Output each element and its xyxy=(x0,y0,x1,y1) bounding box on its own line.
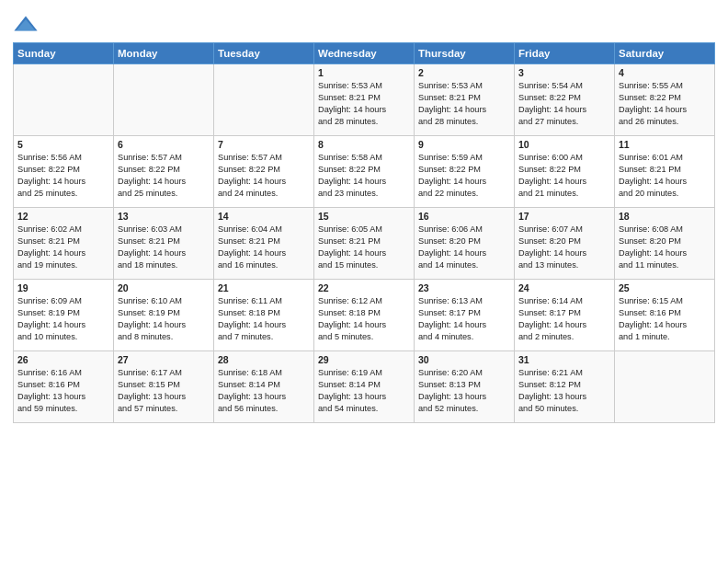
day-content: Sunrise: 5:56 AM Sunset: 8:22 PM Dayligh… xyxy=(17,152,109,200)
calendar-cell: 15Sunrise: 6:05 AM Sunset: 8:21 PM Dayli… xyxy=(314,208,415,280)
day-content: Sunrise: 6:01 AM Sunset: 8:21 PM Dayligh… xyxy=(619,152,711,200)
day-content: Sunrise: 5:57 AM Sunset: 8:22 PM Dayligh… xyxy=(118,152,210,200)
day-number: 14 xyxy=(218,211,310,222)
day-number: 9 xyxy=(418,139,510,150)
calendar-cell: 21Sunrise: 6:11 AM Sunset: 8:18 PM Dayli… xyxy=(214,280,314,351)
day-number: 8 xyxy=(318,139,410,150)
day-content: Sunrise: 6:13 AM Sunset: 8:17 PM Dayligh… xyxy=(418,295,510,343)
calendar-cell: 14Sunrise: 6:04 AM Sunset: 8:21 PM Dayli… xyxy=(214,208,314,280)
calendar-cell xyxy=(114,64,214,136)
day-content: Sunrise: 6:05 AM Sunset: 8:21 PM Dayligh… xyxy=(318,224,410,271)
day-content: Sunrise: 6:06 AM Sunset: 8:20 PM Dayligh… xyxy=(418,224,510,271)
day-content: Sunrise: 5:53 AM Sunset: 8:21 PM Dayligh… xyxy=(418,80,510,128)
calendar-cell: 29Sunrise: 6:19 AM Sunset: 8:14 PM Dayli… xyxy=(314,351,415,423)
day-content: Sunrise: 6:09 AM Sunset: 8:19 PM Dayligh… xyxy=(17,295,109,343)
calendar-cell: 28Sunrise: 6:18 AM Sunset: 8:14 PM Dayli… xyxy=(214,351,314,423)
calendar-cell: 22Sunrise: 6:12 AM Sunset: 8:18 PM Dayli… xyxy=(314,280,415,351)
day-content: Sunrise: 5:53 AM Sunset: 8:21 PM Dayligh… xyxy=(318,80,410,128)
calendar-header-thursday: Thursday xyxy=(415,43,515,64)
calendar-cell: 27Sunrise: 6:17 AM Sunset: 8:15 PM Dayli… xyxy=(114,351,214,423)
calendar-cell: 20Sunrise: 6:10 AM Sunset: 8:19 PM Dayli… xyxy=(114,280,214,351)
calendar-cell: 16Sunrise: 6:06 AM Sunset: 8:20 PM Dayli… xyxy=(415,208,515,280)
day-content: Sunrise: 6:19 AM Sunset: 8:14 PM Dayligh… xyxy=(318,367,410,415)
calendar-cell: 24Sunrise: 6:14 AM Sunset: 8:17 PM Dayli… xyxy=(515,280,615,351)
calendar-cell: 19Sunrise: 6:09 AM Sunset: 8:19 PM Dayli… xyxy=(14,280,114,351)
page: SundayMondayTuesdayWednesdayThursdayFrid… xyxy=(0,0,728,563)
calendar-header-tuesday: Tuesday xyxy=(214,43,314,64)
day-content: Sunrise: 6:18 AM Sunset: 8:14 PM Dayligh… xyxy=(218,367,310,415)
day-number: 3 xyxy=(518,67,610,78)
day-number: 11 xyxy=(619,139,711,150)
logo-icon xyxy=(13,13,39,39)
calendar-cell: 4Sunrise: 5:55 AM Sunset: 8:22 PM Daylig… xyxy=(615,64,715,136)
day-content: Sunrise: 6:16 AM Sunset: 8:16 PM Dayligh… xyxy=(17,367,109,415)
day-number: 19 xyxy=(17,282,109,293)
calendar-week-2: 5Sunrise: 5:56 AM Sunset: 8:22 PM Daylig… xyxy=(14,136,715,208)
day-number: 28 xyxy=(218,354,310,365)
calendar-cell: 1Sunrise: 5:53 AM Sunset: 8:21 PM Daylig… xyxy=(314,64,415,136)
calendar-cell: 30Sunrise: 6:20 AM Sunset: 8:13 PM Dayli… xyxy=(415,351,515,423)
calendar-cell: 5Sunrise: 5:56 AM Sunset: 8:22 PM Daylig… xyxy=(14,136,114,208)
day-content: Sunrise: 6:07 AM Sunset: 8:20 PM Dayligh… xyxy=(518,224,610,271)
calendar-cell: 18Sunrise: 6:08 AM Sunset: 8:20 PM Dayli… xyxy=(615,208,715,280)
calendar-cell xyxy=(214,64,314,136)
day-number: 2 xyxy=(418,67,510,78)
calendar-week-5: 26Sunrise: 6:16 AM Sunset: 8:16 PM Dayli… xyxy=(14,351,715,423)
day-content: Sunrise: 5:58 AM Sunset: 8:22 PM Dayligh… xyxy=(318,152,410,200)
day-number: 18 xyxy=(619,211,711,222)
day-number: 1 xyxy=(318,67,410,78)
calendar-week-1: 1Sunrise: 5:53 AM Sunset: 8:21 PM Daylig… xyxy=(14,64,715,136)
day-content: Sunrise: 6:02 AM Sunset: 8:21 PM Dayligh… xyxy=(17,224,109,271)
day-content: Sunrise: 6:11 AM Sunset: 8:18 PM Dayligh… xyxy=(218,295,310,343)
calendar-cell: 12Sunrise: 6:02 AM Sunset: 8:21 PM Dayli… xyxy=(14,208,114,280)
day-number: 6 xyxy=(118,139,210,150)
day-number: 22 xyxy=(318,282,410,293)
day-number: 4 xyxy=(619,67,711,78)
day-number: 10 xyxy=(518,139,610,150)
day-number: 12 xyxy=(17,211,109,222)
calendar-cell: 2Sunrise: 5:53 AM Sunset: 8:21 PM Daylig… xyxy=(415,64,515,136)
day-number: 24 xyxy=(518,282,610,293)
calendar-cell xyxy=(14,64,114,136)
day-content: Sunrise: 6:00 AM Sunset: 8:22 PM Dayligh… xyxy=(518,152,610,200)
calendar-header-row: SundayMondayTuesdayWednesdayThursdayFrid… xyxy=(14,43,715,64)
day-content: Sunrise: 6:17 AM Sunset: 8:15 PM Dayligh… xyxy=(118,367,210,415)
day-content: Sunrise: 5:54 AM Sunset: 8:22 PM Dayligh… xyxy=(518,80,610,128)
calendar-cell: 3Sunrise: 5:54 AM Sunset: 8:22 PM Daylig… xyxy=(515,64,615,136)
calendar-cell xyxy=(615,351,715,423)
day-number: 13 xyxy=(118,211,210,222)
day-number: 27 xyxy=(118,354,210,365)
day-content: Sunrise: 5:59 AM Sunset: 8:22 PM Dayligh… xyxy=(418,152,510,200)
calendar-header-wednesday: Wednesday xyxy=(314,43,415,64)
day-content: Sunrise: 6:15 AM Sunset: 8:16 PM Dayligh… xyxy=(619,295,711,343)
calendar-cell: 23Sunrise: 6:13 AM Sunset: 8:17 PM Dayli… xyxy=(415,280,515,351)
logo xyxy=(13,13,41,39)
calendar-cell: 17Sunrise: 6:07 AM Sunset: 8:20 PM Dayli… xyxy=(515,208,615,280)
calendar-cell: 6Sunrise: 5:57 AM Sunset: 8:22 PM Daylig… xyxy=(114,136,214,208)
calendar-cell: 11Sunrise: 6:01 AM Sunset: 8:21 PM Dayli… xyxy=(615,136,715,208)
day-content: Sunrise: 6:03 AM Sunset: 8:21 PM Dayligh… xyxy=(118,224,210,271)
calendar-week-3: 12Sunrise: 6:02 AM Sunset: 8:21 PM Dayli… xyxy=(14,208,715,280)
calendar-cell: 26Sunrise: 6:16 AM Sunset: 8:16 PM Dayli… xyxy=(14,351,114,423)
day-content: Sunrise: 6:20 AM Sunset: 8:13 PM Dayligh… xyxy=(418,367,510,415)
calendar-cell: 13Sunrise: 6:03 AM Sunset: 8:21 PM Dayli… xyxy=(114,208,214,280)
day-content: Sunrise: 6:14 AM Sunset: 8:17 PM Dayligh… xyxy=(518,295,610,343)
day-content: Sunrise: 6:12 AM Sunset: 8:18 PM Dayligh… xyxy=(318,295,410,343)
calendar-header-monday: Monday xyxy=(114,43,214,64)
calendar-cell: 8Sunrise: 5:58 AM Sunset: 8:22 PM Daylig… xyxy=(314,136,415,208)
day-number: 31 xyxy=(518,354,610,365)
day-content: Sunrise: 6:21 AM Sunset: 8:12 PM Dayligh… xyxy=(518,367,610,415)
day-content: Sunrise: 6:04 AM Sunset: 8:21 PM Dayligh… xyxy=(218,224,310,271)
calendar-cell: 31Sunrise: 6:21 AM Sunset: 8:12 PM Dayli… xyxy=(515,351,615,423)
day-content: Sunrise: 5:57 AM Sunset: 8:22 PM Dayligh… xyxy=(218,152,310,200)
day-number: 15 xyxy=(318,211,410,222)
day-number: 17 xyxy=(518,211,610,222)
day-number: 30 xyxy=(418,354,510,365)
calendar-header-friday: Friday xyxy=(515,43,615,64)
day-number: 29 xyxy=(318,354,410,365)
calendar-cell: 9Sunrise: 5:59 AM Sunset: 8:22 PM Daylig… xyxy=(415,136,515,208)
day-number: 21 xyxy=(218,282,310,293)
day-number: 20 xyxy=(118,282,210,293)
calendar-header-sunday: Sunday xyxy=(14,43,114,64)
calendar-cell: 7Sunrise: 5:57 AM Sunset: 8:22 PM Daylig… xyxy=(214,136,314,208)
